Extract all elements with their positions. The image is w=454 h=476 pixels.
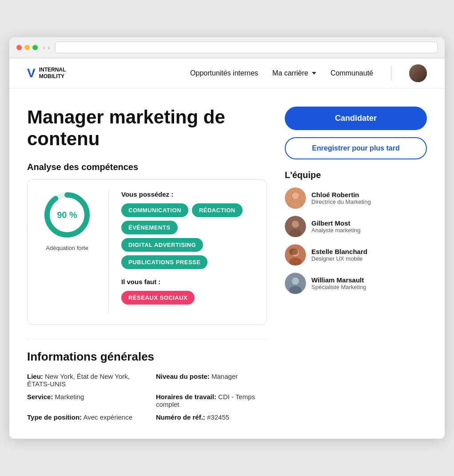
logo-area[interactable]: V INTERNAL MOBILITY (27, 67, 66, 80)
info-lieu: Lieu: New York, État de New York, ÉTATS-… (27, 373, 138, 388)
team-section: L'équipe Chloé Rober (285, 170, 427, 301)
member-role-chloe: Directrice du Marketing (311, 198, 371, 205)
info-section: Informations générales Lieu: New York, É… (27, 339, 267, 421)
forward-icon[interactable]: › (48, 44, 50, 51)
logo-v-icon: V (27, 67, 36, 79)
skills-box: 90 % Adéquation forte Vous possédez : CO… (27, 179, 267, 325)
skill-tag-digital-advertising: DIGITAL ADVERTISING (121, 238, 203, 252)
info-niveau: Niveau du poste: Manager (156, 373, 267, 388)
left-column: Manager marketing de contenu Analyse des… (27, 107, 267, 421)
donut-chart: 90 % (43, 190, 92, 239)
info-numero-val: #32455 (207, 413, 229, 421)
member-role-william: Spécialiste Marketing (311, 284, 366, 290)
team-title: L'équipe (285, 170, 427, 180)
main-content: Manager marketing de contenu Analyse des… (9, 89, 445, 439)
chevron-down-icon (312, 72, 316, 75)
address-bar[interactable] (55, 42, 438, 53)
skills-need-tags: RÉSEAUX SOCIAUX (121, 291, 256, 305)
svg-point-5 (292, 192, 299, 199)
back-icon[interactable]: ‹ (43, 44, 45, 51)
skills-have-tags: COMMUNICATION RÉDACTION ÉVÉNEMENTS DIGIT… (121, 203, 256, 269)
info-title: Informations générales (27, 350, 267, 364)
skill-tag-communication: COMMUNICATION (121, 203, 188, 217)
info-niveau-val: Manager (211, 373, 238, 380)
skills-section-label: Analyse des compétences (27, 162, 267, 172)
info-horaires-key: Horaires de travail: (156, 393, 216, 401)
skill-tag-publications-presse: PUBLICATIONS PRESSE (121, 255, 207, 269)
minimize-dot[interactable] (24, 45, 30, 50)
info-type-key: Type de position: (27, 413, 82, 421)
info-service: Service: Marketing (27, 393, 138, 408)
member-role-estelle: Designer UX mobile (311, 255, 367, 262)
skill-tag-evenements: ÉVÉNEMENTS (121, 221, 178, 234)
info-numero-key: Numéro de réf.: (156, 413, 205, 421)
info-type: Type de position: Avec expérience (27, 413, 138, 421)
avatar-william (285, 273, 306, 294)
member-role-gilbert: Analyste marketing (311, 227, 361, 234)
save-button[interactable]: Enregistrer pour plus tard (285, 137, 427, 159)
info-service-val: Marketing (55, 393, 84, 401)
browser-dots (16, 45, 38, 50)
skill-tag-redaction: RÉDACTION (192, 203, 243, 217)
donut-percent: 90 % (57, 210, 77, 220)
content-grid: Manager marketing de contenu Analyse des… (27, 107, 427, 421)
navbar: V INTERNAL MOBILITY Opportunités interne… (9, 58, 445, 89)
you-have-label: Vous possédez : (121, 190, 256, 198)
donut-label: Adéquation forte (46, 245, 88, 251)
close-dot[interactable] (16, 45, 22, 50)
nav-opportunities[interactable]: Opportunités internes (190, 69, 258, 77)
member-name-william: William Marsault (311, 276, 366, 284)
browser-nav: ‹ › (43, 44, 50, 51)
info-numero: Numéro de réf.: #32455 (156, 413, 267, 421)
team-member-chloe: Chloé Robertin Directrice du Marketing (285, 187, 427, 209)
info-horaires: Horaires de travail: CDI - Temps complet (156, 393, 267, 408)
member-name-chloe: Chloé Robertin (311, 191, 371, 198)
you-need-label: Il vous faut : (121, 278, 256, 286)
member-info-william: William Marsault Spécialiste Marketing (311, 276, 366, 290)
avatar-chloe (285, 187, 306, 209)
team-member-estelle: Estelle Blanchard Designer UX mobile (285, 244, 427, 266)
team-member-gilbert: Gilbert Most Analyste marketing (285, 216, 427, 237)
svg-rect-13 (289, 249, 298, 255)
member-info-chloe: Chloé Robertin Directrice du Marketing (311, 191, 371, 205)
member-name-estelle: Estelle Blanchard (311, 248, 367, 255)
right-column: Candidater Enregistrer pour plus tard L'… (285, 107, 427, 421)
info-grid: Lieu: New York, État de New York, ÉTATS-… (27, 373, 267, 421)
member-name-gilbert: Gilbert Most (311, 219, 361, 227)
nav-community[interactable]: Communauté (331, 69, 373, 77)
nav-links: Opportunités internes Ma carrière Commun… (190, 64, 427, 82)
page-title: Manager marketing de contenu (27, 107, 267, 150)
member-info-estelle: Estelle Blanchard Designer UX mobile (311, 248, 367, 262)
svg-point-8 (292, 221, 299, 228)
member-info-gilbert: Gilbert Most Analyste marketing (311, 219, 361, 234)
avatar-estelle (285, 244, 306, 266)
browser-chrome: ‹ › (9, 37, 445, 58)
info-niveau-key: Niveau du poste: (156, 373, 210, 380)
nav-divider (391, 66, 391, 80)
apply-button[interactable]: Candidater (285, 107, 427, 130)
svg-point-15 (292, 278, 299, 285)
info-type-val: Avec expérience (83, 413, 132, 421)
logo-text: INTERNAL MOBILITY (39, 67, 66, 80)
user-avatar[interactable] (409, 64, 427, 82)
avatar-gilbert (285, 216, 306, 237)
skill-tag-reseaux-sociaux: RÉSEAUX SOCIAUX (121, 291, 195, 305)
donut-area: 90 % Adéquation forte (38, 190, 96, 251)
skills-divider (108, 190, 109, 313)
info-lieu-key: Lieu: (27, 373, 43, 380)
team-member-william: William Marsault Spécialiste Marketing (285, 273, 427, 294)
browser-window: ‹ › V INTERNAL MOBILITY Opportunités int… (9, 37, 445, 439)
maximize-dot[interactable] (32, 45, 38, 50)
info-service-key: Service: (27, 393, 53, 401)
nav-career[interactable]: Ma carrière (272, 69, 316, 77)
skills-content: Vous possédez : COMMUNICATION RÉDACTION … (121, 190, 256, 313)
